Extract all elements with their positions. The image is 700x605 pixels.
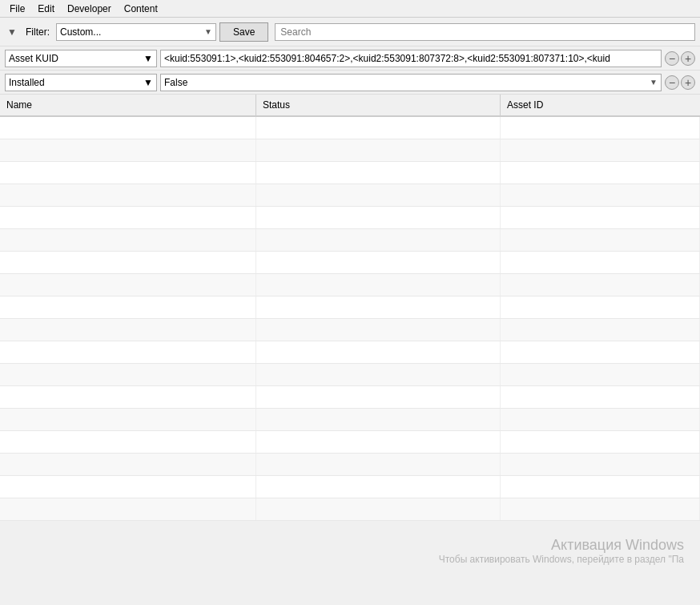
table-row[interactable]	[0, 364, 700, 386]
row-cell-name	[0, 364, 256, 385]
row-cell-asset-id	[501, 319, 700, 341]
row-cell-name	[0, 476, 256, 498]
table-row[interactable]	[0, 207, 700, 229]
row-cell-asset-id	[501, 139, 700, 161]
row-cell-asset-id	[501, 431, 700, 453]
row-cell-name	[0, 341, 256, 363]
row-cell-asset-id	[501, 184, 700, 206]
row-cell-status	[256, 364, 501, 385]
row-cell-status	[256, 207, 501, 228]
filter-value-text-2: False	[164, 77, 646, 88]
table-row[interactable]	[0, 274, 700, 296]
table-row[interactable]	[0, 162, 700, 184]
filter-controls-1: − +	[665, 51, 695, 66]
row-cell-asset-id	[501, 386, 700, 408]
table-row[interactable]	[0, 319, 700, 341]
table-row[interactable]	[0, 252, 700, 274]
row-cell-status	[256, 319, 501, 341]
row-cell-asset-id	[501, 454, 700, 475]
table-row[interactable]	[0, 431, 700, 454]
row-cell-name	[0, 319, 256, 341]
table-row[interactable]	[0, 498, 700, 521]
row-cell-name	[0, 498, 256, 520]
row-cell-name	[0, 229, 256, 251]
table-row[interactable]	[0, 139, 700, 162]
row-cell-status	[256, 431, 501, 453]
row-cell-asset-id	[501, 274, 700, 296]
table-row[interactable]	[0, 184, 700, 207]
filter-value-2[interactable]: False ▼	[160, 74, 662, 91]
row-cell-status	[256, 229, 501, 251]
table-row[interactable]	[0, 454, 700, 476]
row-cell-name	[0, 207, 256, 228]
row-cell-status	[256, 341, 501, 363]
col-header-name[interactable]: Name	[0, 95, 256, 115]
menu-edit[interactable]: Edit	[31, 2, 61, 16]
filter-dropdown[interactable]: Custom... ▼	[56, 23, 216, 41]
filter-field-label-2: Installed	[9, 77, 45, 88]
filter-add-btn-1[interactable]: +	[681, 51, 695, 66]
filter-value-arrow-2: ▼	[650, 78, 658, 87]
row-cell-status	[256, 476, 501, 498]
menu-bar: File Edit Developer Content	[0, 0, 700, 18]
table-row[interactable]	[0, 409, 700, 431]
row-cell-status	[256, 162, 501, 184]
row-cell-name	[0, 274, 256, 296]
row-cell-asset-id	[501, 207, 700, 228]
row-cell-status	[256, 409, 501, 430]
filter-field-arrow-2: ▼	[143, 77, 153, 88]
row-cell-status	[256, 184, 501, 206]
table-row[interactable]	[0, 117, 700, 139]
row-cell-asset-id	[501, 364, 700, 385]
save-button[interactable]: Save	[219, 22, 268, 42]
row-cell-name	[0, 162, 256, 184]
menu-content[interactable]: Content	[118, 2, 164, 16]
menu-developer[interactable]: Developer	[61, 2, 118, 16]
row-cell-name	[0, 454, 256, 475]
row-cell-status	[256, 117, 501, 139]
col-header-status[interactable]: Status	[256, 95, 501, 115]
table-row[interactable]	[0, 229, 700, 252]
table-row[interactable]	[0, 296, 700, 319]
filter-row-2: Installed ▼ False ▼ − +	[0, 71, 700, 95]
row-cell-asset-id	[501, 296, 700, 318]
table-row[interactable]	[0, 386, 700, 409]
filter-dropdown-arrow: ▼	[204, 27, 212, 36]
table-row[interactable]	[0, 476, 700, 498]
row-cell-name	[0, 431, 256, 453]
filter-collapse-icon[interactable]: ▼	[5, 23, 19, 41]
filter-field-arrow-1: ▼	[143, 53, 153, 64]
row-cell-status	[256, 498, 501, 520]
main-container: ▼ Filter: Custom... ▼ Save Asset KUID ▼ …	[0, 18, 700, 605]
filter-label: Filter:	[22, 26, 53, 38]
col-header-asset-id[interactable]: Asset ID	[501, 95, 700, 115]
filter-value-text-1: <kuid:553091:1>,<kuid2:553091:804657:2>,…	[164, 53, 658, 64]
row-cell-asset-id	[501, 117, 700, 139]
row-cell-status	[256, 274, 501, 296]
filter-dropdown-value: Custom...	[60, 26, 101, 38]
filter-value-1[interactable]: <kuid:553091:1>,<kuid2:553091:804657:2>,…	[160, 50, 662, 67]
row-cell-asset-id	[501, 341, 700, 363]
row-cell-name	[0, 139, 256, 161]
row-cell-name	[0, 409, 256, 430]
menu-file[interactable]: File	[3, 2, 31, 16]
filter-field-label-1: Asset KUID	[9, 53, 58, 64]
row-cell-name	[0, 386, 256, 408]
table-row[interactable]	[0, 341, 700, 364]
filter-field-select-1[interactable]: Asset KUID ▼	[5, 50, 157, 67]
row-cell-name	[0, 252, 256, 273]
filter-controls-2: − +	[665, 75, 695, 90]
row-cell-asset-id	[501, 476, 700, 498]
filter-remove-btn-1[interactable]: −	[665, 51, 679, 66]
row-cell-status	[256, 139, 501, 161]
row-cell-asset-id	[501, 409, 700, 430]
row-cell-status	[256, 296, 501, 318]
filter-remove-btn-2[interactable]: −	[665, 75, 679, 90]
row-cell-name	[0, 117, 256, 139]
filter-field-select-2[interactable]: Installed ▼	[5, 74, 157, 91]
search-input[interactable]	[275, 23, 695, 41]
filter-row-1: Asset KUID ▼ <kuid:553091:1>,<kuid2:5530…	[0, 46, 700, 71]
table-header: Name Status Asset ID	[0, 95, 700, 117]
filter-add-btn-2[interactable]: +	[681, 75, 695, 90]
row-cell-asset-id	[501, 229, 700, 251]
